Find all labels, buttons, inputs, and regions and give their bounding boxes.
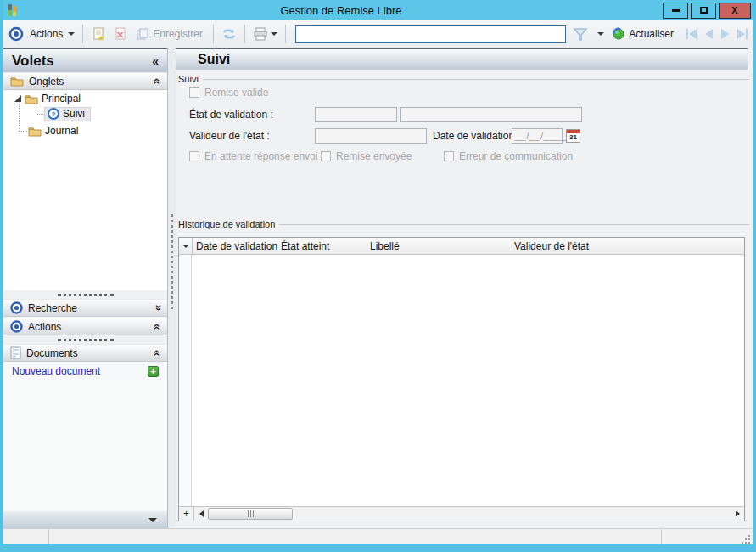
delete-icon: ✕ (113, 26, 128, 42)
column-selector-button[interactable] (179, 238, 193, 254)
column-header-valideur[interactable]: Valideur de l'état (511, 240, 744, 252)
add-row-button[interactable]: + (179, 507, 194, 521)
actions-dropdown-button[interactable]: Actions (24, 26, 78, 42)
refresh-data-button[interactable]: Actualiser (608, 25, 680, 43)
erreur-checkbox-row: Erreur de communication (444, 150, 573, 162)
first-record-icon (689, 29, 697, 39)
section-label-actions: Actions (28, 321, 149, 333)
refresh-button[interactable] (218, 25, 240, 43)
column-header-etat[interactable]: État atteint (277, 240, 367, 252)
tree-item-suivi-selected[interactable]: ? Suivi (44, 107, 91, 121)
etat-validation-label: État de validation : (189, 109, 273, 121)
scrollbar-thumb[interactable] (208, 508, 293, 520)
next-record-icon (721, 29, 729, 39)
previous-record-icon (705, 29, 713, 39)
sidebar-title: Volets (12, 53, 152, 70)
save-button[interactable]: Enregistrer (132, 25, 209, 43)
scroll-left-button[interactable] (194, 507, 208, 521)
section-header-documents[interactable]: Documents « (3, 344, 167, 362)
column-selector-icon (182, 245, 189, 248)
new-document-icon: ★ (91, 26, 106, 42)
first-record-button[interactable] (686, 29, 697, 39)
etat-validation-code-field[interactable] (315, 107, 397, 122)
scroll-right-button[interactable] (731, 507, 744, 521)
title-bar: Gestion de Remise Libre X (3, 0, 753, 20)
erreur-checkbox[interactable] (444, 151, 454, 161)
chevron-down-icon (271, 32, 277, 36)
historique-group-label: Historique de validation (178, 219, 275, 229)
filter-button[interactable] (569, 25, 591, 43)
new-document-link[interactable]: Nouveau document (12, 365, 148, 377)
horizontal-scrollbar[interactable] (194, 507, 744, 521)
collapse-section-icon[interactable]: « (151, 324, 164, 330)
delete-document-button[interactable]: ✕ (109, 25, 132, 43)
scrollbar-track[interactable] (293, 507, 731, 521)
target-icon (8, 26, 24, 42)
attente-checkbox[interactable] (189, 151, 199, 161)
history-table-body[interactable] (179, 255, 744, 506)
tree-label-journal: Journal (45, 125, 78, 137)
maximize-button[interactable] (691, 3, 716, 19)
column-header-date[interactable]: Date de validation (193, 240, 277, 252)
onglets-tree: Principal ? Suivi Journal (3, 90, 167, 290)
new-document-button[interactable]: ★ (87, 25, 109, 43)
collapse-panel-button[interactable]: « (152, 54, 159, 68)
refresh-icon (221, 26, 237, 42)
column-header-libelle[interactable]: Libellé (367, 240, 511, 252)
tree-item-journal[interactable]: Journal (28, 125, 78, 137)
erreur-label: Erreur de communication (459, 150, 573, 162)
filter-funnel-icon (573, 26, 588, 42)
section-header-actions[interactable]: Actions « (3, 318, 167, 335)
print-button[interactable] (249, 25, 281, 43)
svg-text:★: ★ (98, 34, 104, 41)
window-title: Gestion de Remise Libre (25, 4, 658, 17)
minimize-button[interactable] (663, 3, 688, 19)
historique-groupbox-header: Historique de validation (178, 219, 749, 229)
status-cell-left (3, 529, 48, 544)
last-record-icon (737, 29, 745, 39)
tree-item-principal[interactable]: Principal (14, 93, 81, 104)
add-document-button[interactable]: + (148, 366, 159, 377)
collapse-section-icon[interactable]: « (151, 78, 164, 84)
filter-dropdown-button[interactable] (591, 31, 608, 37)
etat-validation-libelle-field[interactable] (400, 107, 582, 122)
expand-section-icon[interactable]: « (151, 305, 164, 311)
sidebar-splitter[interactable] (3, 335, 167, 344)
target-icon (10, 320, 23, 333)
tree-label-principal: Principal (42, 93, 81, 104)
scroll-down-icon[interactable] (148, 518, 157, 522)
valideur-etat-field[interactable] (315, 128, 427, 144)
splitter-grip[interactable] (171, 214, 173, 309)
remise-valide-checkbox[interactable] (189, 87, 199, 98)
tree-item-suivi[interactable]: ? Suivi (44, 107, 91, 121)
envoyee-checkbox[interactable] (321, 151, 331, 161)
section-header-recherche[interactable]: Recherche « (3, 299, 167, 317)
maximize-icon (700, 7, 708, 14)
close-button[interactable]: X (719, 3, 751, 19)
date-validation-field[interactable]: __/__/____ (512, 128, 563, 144)
calendar-button[interactable]: 31 (566, 129, 580, 143)
sidebar-main-splitter[interactable] (168, 48, 176, 528)
document-icon (10, 346, 21, 359)
svg-text:?: ? (52, 110, 56, 118)
next-record-button[interactable] (721, 29, 729, 39)
sidebar-empty-area (3, 380, 167, 511)
valideur-etat-label: Valideur de l'état : (189, 130, 270, 142)
search-input[interactable] (295, 25, 566, 43)
scroll-left-icon (199, 510, 204, 517)
status-cell-right (662, 529, 741, 544)
previous-record-button[interactable] (705, 29, 713, 39)
minimize-icon (672, 9, 680, 12)
section-label-recherche: Recherche (28, 302, 149, 314)
svg-text:✕: ✕ (116, 30, 124, 40)
remise-valide-checkbox-row: Remise valide (189, 87, 268, 99)
help-circle-icon: ? (48, 108, 59, 120)
folder-icon (10, 76, 24, 87)
section-header-onglets[interactable]: Onglets « (3, 72, 167, 90)
sidebar-splitter[interactable] (3, 290, 167, 299)
collapse-section-icon[interactable]: « (151, 350, 164, 356)
last-record-button[interactable] (737, 29, 748, 39)
resize-grip[interactable] (741, 534, 751, 544)
actualiser-icon (611, 26, 626, 42)
tree-expander-icon[interactable] (14, 95, 21, 102)
